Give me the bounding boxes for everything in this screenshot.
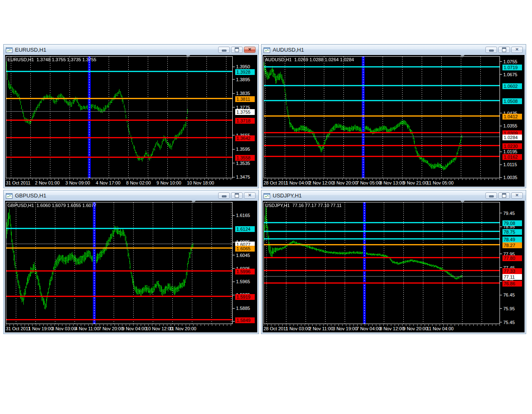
close-button[interactable]: ✕ — [244, 47, 256, 53]
price-chart-plot[interactable] — [264, 202, 500, 324]
price-level-badge: 78.75 — [502, 229, 522, 235]
tick-mark — [500, 113, 502, 113]
time-label: 28 Oct 2011 — [264, 180, 288, 185]
close-button[interactable]: ✕ — [511, 192, 523, 199]
price-chart-plot[interactable] — [6, 56, 233, 178]
price-level-badge: 77.80 — [502, 255, 522, 261]
price-scale[interactable]: 1.07551.06751.04351.03551.01951.01151.00… — [500, 56, 524, 178]
price-tick-text: 1.0675 — [503, 72, 517, 77]
shift-marker-icon[interactable] — [460, 55, 465, 57]
restore-icon — [235, 47, 239, 52]
price-tick-text: 1.6165 — [236, 213, 250, 218]
price-tick-text: 1.0035 — [503, 175, 517, 180]
shift-marker-icon[interactable] — [191, 201, 196, 203]
window-controls: ✕ — [218, 192, 256, 199]
tick-mark — [233, 67, 235, 67]
price-tick-label: 1.3895 — [233, 77, 250, 82]
price-level-badge: 77.11 — [502, 274, 522, 280]
price-level-badge: 1.0412 — [502, 114, 522, 120]
minimize-icon — [489, 195, 494, 197]
tick-mark — [233, 163, 235, 163]
price-level-badge: 1.6124 — [235, 226, 255, 232]
tick-mark — [500, 74, 502, 75]
price-tick-label: 1.0675 — [500, 72, 517, 77]
time-label: 9 Nov 04:00 — [122, 326, 147, 331]
price-scale[interactable]: 1.39501.38951.38351.37751.36551.35951.35… — [233, 56, 256, 178]
price-level-badge: 76.86 — [502, 281, 522, 287]
price-tick-text: 1.0355 — [503, 123, 517, 128]
price-level-badge: 1.6065 — [235, 246, 255, 252]
time-label: 4 Nov 17:00 — [96, 180, 120, 185]
time-axis[interactable]: 31 Oct 20112 Nov 01:003 Nov 09:004 Nov 1… — [6, 179, 233, 186]
tick-mark — [500, 267, 502, 268]
price-level-badge: 1.3718 — [235, 118, 255, 124]
price-tick-text: 1.0755 — [503, 59, 517, 64]
tick-mark — [500, 281, 502, 282]
chart-window-icon[interactable] — [6, 47, 12, 52]
price-level-badge: 1.5919 — [235, 294, 255, 300]
price-tick-label: 1.0355 — [500, 123, 517, 128]
restore-button[interactable] — [498, 192, 510, 199]
tick-mark — [500, 295, 502, 295]
time-label: 9 Nov 10:00 — [157, 180, 181, 185]
restore-button[interactable] — [498, 47, 510, 53]
time-label: 1 Nov 19:00 — [28, 326, 53, 331]
price-tick-text: 79.45 — [503, 211, 515, 216]
price-level-badge: 1.3811 — [235, 96, 255, 102]
chart-window-gbpusd: GBPUSD,H1 ✕ GBPUSD,H1 1.6060 1.6079 1.60… — [3, 190, 259, 334]
window-titlebar[interactable]: GBPUSD,H1 ✕ — [4, 190, 259, 200]
time-axis[interactable]: 28 Oct 20111 Nov 03:002 Nov 11:003 Nov 1… — [264, 324, 500, 332]
price-tick-text: 1.3950 — [236, 64, 250, 69]
restore-button[interactable] — [231, 192, 243, 199]
price-chart-plot[interactable] — [264, 56, 500, 178]
chart-window-icon[interactable] — [264, 193, 270, 198]
minimize-button[interactable] — [218, 192, 230, 199]
time-label: 11 Nov 04:00 — [427, 326, 454, 331]
price-tick-label: 1.0755 — [500, 59, 517, 64]
tick-mark — [233, 149, 235, 150]
price-tick-label: 1.3595 — [233, 147, 250, 152]
time-label: 3 Nov 19:00 — [333, 326, 357, 331]
tick-mark — [500, 308, 502, 309]
chart-window-audusd: AUDUSD,H1 ✕ AUDUSD,H1 1.0269 1.0288 1.02… — [261, 44, 526, 188]
price-scale[interactable]: 1.61651.60851.60451.60051.59651.59251.58… — [233, 202, 256, 324]
time-label: 31 Oct 2011 — [6, 326, 30, 331]
time-label: 9 Nov 21:00 — [403, 180, 428, 185]
close-button[interactable]: ✕ — [244, 192, 256, 199]
chart-area: EURUSD,H1 1.3748 1.3755 1.3735 1.3755 1.… — [5, 55, 257, 187]
tick-mark — [233, 93, 235, 94]
minimize-button[interactable] — [485, 192, 497, 199]
time-label: 3 Nov 03:00 — [52, 326, 76, 331]
chart-window-icon[interactable] — [6, 193, 12, 198]
shift-marker-icon[interactable] — [186, 55, 190, 57]
time-label: 11 Nov 20:00 — [169, 326, 196, 331]
close-button[interactable]: ✕ — [511, 47, 523, 53]
chart-window-eurusd: EURUSD,H1 ✕ EURUSD,H1 1.3748 1.3755 1.37… — [3, 44, 259, 188]
tick-mark — [233, 321, 235, 322]
window-titlebar[interactable]: USDJPY,H1 ✕ — [261, 190, 526, 200]
time-axis[interactable]: 31 Oct 20111 Nov 19:003 Nov 03:004 Nov 1… — [6, 324, 233, 332]
price-scale[interactable]: 79.4578.9577.9577.4576.9576.4575.9575.45… — [500, 202, 524, 324]
price-level-badge: 78.27 — [502, 242, 522, 248]
time-label: 8 Nov 02:00 — [126, 180, 151, 185]
price-tick-text: 1.5965 — [236, 279, 250, 284]
price-tick-label: 1.6165 — [233, 213, 250, 218]
chart-area: USDJPY,H1 77.16 77.17 77.10 77.11 79.457… — [263, 201, 525, 332]
price-tick-text: 1.3475 — [236, 175, 250, 180]
minimize-button[interactable] — [485, 47, 497, 53]
time-label: 28 Oct 2011 — [264, 326, 288, 331]
window-titlebar[interactable]: AUDUSD,H1 ✕ — [261, 45, 526, 55]
tick-mark — [500, 152, 502, 152]
window-titlebar[interactable]: EURUSD,H1 ✕ — [4, 45, 259, 55]
tick-mark — [233, 295, 235, 295]
shift-marker-icon[interactable] — [460, 201, 465, 203]
time-label: 8 Nov 12:00 — [380, 326, 404, 331]
minimize-button[interactable] — [218, 47, 230, 53]
price-chart-plot[interactable] — [6, 202, 233, 324]
time-label: 8 Nov 13:00 — [380, 180, 404, 185]
chart-window-icon[interactable] — [264, 47, 270, 52]
restore-button[interactable] — [231, 47, 243, 53]
time-axis[interactable]: 28 Oct 20111 Nov 04:002 Nov 12:003 Nov 2… — [264, 179, 500, 186]
window-controls: ✕ — [485, 47, 524, 53]
window-controls: ✕ — [485, 192, 524, 199]
